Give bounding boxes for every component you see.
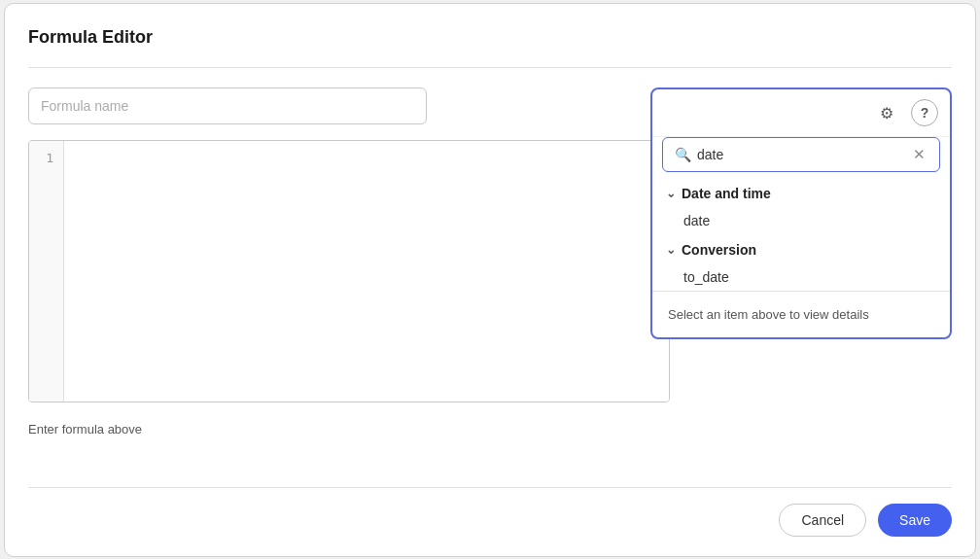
list-item-to-date[interactable]: to_date xyxy=(652,263,950,291)
help-button[interactable]: ? xyxy=(911,99,938,126)
list-item-label-to-date: to_date xyxy=(683,269,729,285)
list-item-date[interactable]: date xyxy=(652,207,950,234)
chevron-icon: ⌄ xyxy=(666,187,676,200)
content-area: 1 Enter formula above ⚙ ? 🔍 ✕ xyxy=(28,87,952,487)
results-list[interactable]: ⌄ Date and time date ⌄ Conversion to_dat… xyxy=(652,178,950,292)
group-header-conversion[interactable]: ⌄ Conversion xyxy=(652,234,950,263)
formula-name-input[interactable] xyxy=(28,87,427,124)
save-button[interactable]: Save xyxy=(878,504,952,537)
code-editor: 1 xyxy=(28,140,670,402)
chevron-icon-2: ⌄ xyxy=(666,243,676,257)
search-icon: 🔍 xyxy=(675,147,691,162)
details-hint: Select an item above to view details xyxy=(652,292,950,338)
top-divider xyxy=(28,67,952,68)
right-panel-toolbar: ⚙ ? xyxy=(652,89,950,137)
gear-button[interactable]: ⚙ xyxy=(872,99,901,128)
right-panel: ⚙ ? 🔍 ✕ ⌄ Date and time date xyxy=(650,87,952,340)
group-label-date-and-time: Date and time xyxy=(682,186,771,201)
code-textarea[interactable] xyxy=(64,141,669,402)
cancel-button[interactable]: Cancel xyxy=(779,504,866,537)
formula-hint: Enter formula above xyxy=(28,422,952,437)
gear-icon: ⚙ xyxy=(880,104,893,122)
line-number-1: 1 xyxy=(46,151,53,165)
group-header-date-and-time[interactable]: ⌄ Date and time xyxy=(652,178,950,207)
line-numbers: 1 xyxy=(29,141,64,402)
help-icon: ? xyxy=(921,105,929,121)
dialog-title: Formula Editor xyxy=(28,27,952,48)
bottom-bar: Cancel Save xyxy=(28,487,952,537)
search-input[interactable] xyxy=(697,147,905,162)
search-bar: 🔍 ✕ xyxy=(662,137,940,172)
list-item-label: date xyxy=(683,213,710,228)
clear-search-button[interactable]: ✕ xyxy=(911,146,928,163)
formula-editor-dialog: Formula Editor 1 Enter formula above ⚙ ? xyxy=(4,3,976,557)
group-label-conversion: Conversion xyxy=(682,242,756,258)
